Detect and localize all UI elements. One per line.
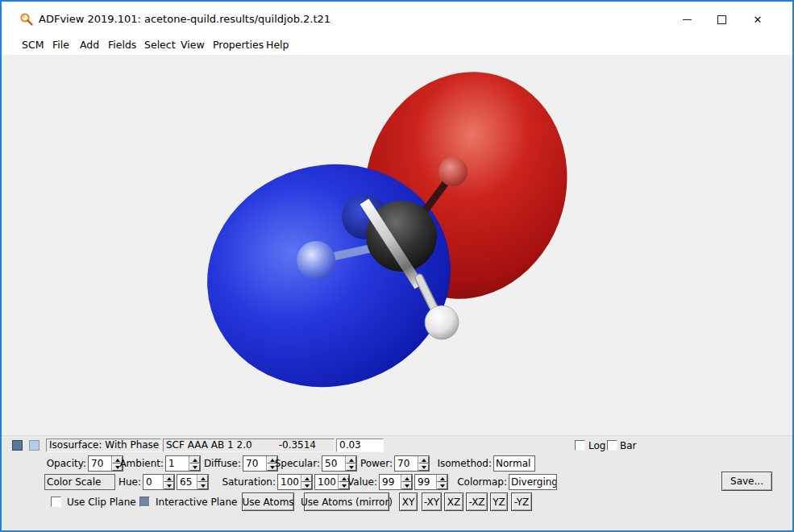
- diffuse-spinner[interactable]: 70: [243, 455, 278, 472]
- menu-file[interactable]: File: [52, 35, 69, 55]
- ambient-spin-down[interactable]: [189, 463, 200, 471]
- diffuse-label: Diffuse:: [204, 455, 243, 472]
- menu-properties[interactable]: Properties: [213, 35, 264, 55]
- opacity-label: Opacity:: [47, 455, 88, 472]
- specular-spinner[interactable]: 50: [322, 455, 357, 472]
- val2-spin-up[interactable]: [437, 475, 447, 482]
- adfview-app-icon: [19, 12, 34, 27]
- maximize-button[interactable]: [703, 3, 740, 35]
- minimize-icon: [683, 19, 692, 20]
- field-name: SCF AAA AB 1 2.0: [166, 439, 252, 451]
- field-selector: SCF AAA AB 1 2.0 -0.3514: [163, 438, 335, 452]
- sat1-spin-up[interactable]: [301, 475, 312, 482]
- hue2-spin-up[interactable]: [197, 475, 208, 482]
- plane-yz-button[interactable]: YZ: [490, 493, 508, 511]
- interactive-plane-checkbox[interactable]: [139, 497, 150, 507]
- hydrogen-atom-left: [297, 241, 335, 280]
- menu-select[interactable]: Select: [144, 35, 176, 55]
- hydrogen-atom-lower: [425, 305, 459, 339]
- hue-label: Hue:: [118, 474, 143, 490]
- sat1-spin-down[interactable]: [301, 482, 312, 489]
- isomethod-label: Isomethod:: [437, 455, 493, 472]
- close-icon: ✕: [754, 15, 763, 25]
- val2-spin-down[interactable]: [437, 482, 447, 489]
- molecule-viewport[interactable]: [2, 55, 792, 435]
- menu-fields[interactable]: Fields: [108, 35, 136, 55]
- specular-label: Specular:: [275, 455, 322, 472]
- menu-scm[interactable]: SCM: [22, 35, 44, 55]
- isomethod-field[interactable]: Normal: [493, 455, 535, 472]
- hue-spinner-2[interactable]: 65: [177, 474, 209, 490]
- hue1-spin-down[interactable]: [164, 482, 174, 489]
- colormap-field[interactable]: Diverging: [509, 474, 557, 490]
- menu-help[interactable]: Help: [266, 35, 289, 55]
- value-spinner-1[interactable]: 99: [379, 474, 413, 490]
- opacity-spinner[interactable]: 70: [88, 455, 123, 472]
- use-clip-plane-checkbox[interactable]: [51, 497, 61, 507]
- use-atoms-button[interactable]: Use Atoms: [242, 493, 294, 511]
- val1-spin-up[interactable]: [401, 475, 412, 482]
- ambient-spin-up[interactable]: [189, 456, 200, 463]
- saturation-spinner-2[interactable]: 100: [314, 474, 350, 490]
- color-scale-label: Color Scale: [44, 474, 115, 490]
- hue1-spin-up[interactable]: [164, 475, 174, 482]
- hydrogen-atom-upper-right: [439, 157, 468, 186]
- value-label: Value:: [347, 474, 379, 490]
- minimize-button[interactable]: [668, 3, 705, 35]
- maximize-icon: [717, 15, 726, 24]
- plane-neg-xz-button[interactable]: -XZ: [466, 493, 488, 511]
- interactive-plane-label: Interactive Plane: [156, 494, 237, 510]
- menu-view[interactable]: View: [181, 35, 205, 55]
- ambient-spinner[interactable]: 1: [165, 455, 201, 472]
- use-clip-plane-label: Use Clip Plane: [67, 494, 136, 510]
- bar-label: Bar: [620, 438, 637, 454]
- specular-spin-down[interactable]: [346, 463, 356, 471]
- title-bar: ADFview 2019.101: acetone-quild.results/…: [2, 2, 792, 35]
- power-spin-down[interactable]: [418, 463, 429, 471]
- menu-add[interactable]: Add: [80, 35, 99, 55]
- isovalue-input[interactable]: 0.03: [336, 438, 384, 452]
- bar-checkbox[interactable]: [607, 440, 617, 451]
- saturation-label: Saturation:: [222, 474, 277, 490]
- close-button[interactable]: ✕: [739, 3, 776, 35]
- use-atoms-mirror-button[interactable]: Use Atoms (mirror): [304, 493, 389, 511]
- menu-bar: SCM File Add Fields Select View Properti…: [2, 35, 792, 55]
- isosurface-color-swatch-light[interactable]: [29, 440, 39, 451]
- plane-xy-button[interactable]: XY: [399, 493, 418, 511]
- orbital-isosurface-scene: [2, 55, 792, 435]
- power-spinner[interactable]: 70: [394, 455, 430, 472]
- ambient-label: Ambient:: [119, 455, 165, 472]
- log-label: Log: [588, 438, 605, 454]
- plane-neg-yz-button[interactable]: -YZ: [511, 493, 532, 511]
- window-title: ADFview 2019.101: acetone-quild.results/…: [39, 13, 330, 25]
- plane-xz-button[interactable]: XZ: [444, 493, 464, 511]
- specular-spin-up[interactable]: [346, 456, 356, 463]
- hue-spinner-1[interactable]: 0: [143, 474, 175, 490]
- power-label: Power:: [360, 455, 394, 472]
- isosurface-type-label: Isosurface: With Phase: [46, 438, 161, 452]
- log-checkbox[interactable]: [575, 440, 585, 451]
- field-energy-value: -0.3514: [279, 439, 316, 451]
- isosurface-color-swatch-dark[interactable]: [12, 440, 23, 451]
- hue2-spin-down[interactable]: [197, 482, 208, 489]
- value-spinner-2[interactable]: 99: [414, 474, 448, 490]
- colormap-label: Colormap:: [457, 474, 509, 490]
- saturation-spinner-1[interactable]: 100: [277, 474, 313, 490]
- plane-neg-xy-button[interactable]: -XY: [422, 493, 442, 511]
- save-button[interactable]: Save...: [721, 472, 772, 491]
- val1-spin-down[interactable]: [401, 482, 412, 489]
- power-spin-up[interactable]: [418, 456, 429, 463]
